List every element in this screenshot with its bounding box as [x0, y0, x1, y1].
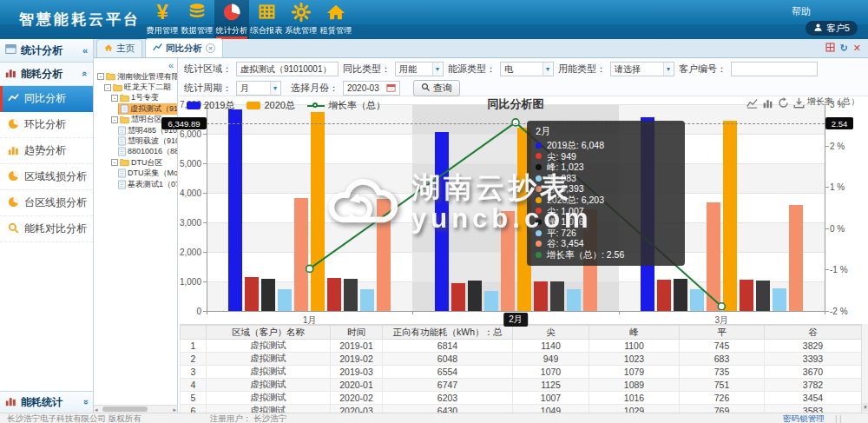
sidebar-item-1[interactable]: 环比分析 [0, 112, 93, 138]
table-row-1[interactable]: 1虚拟测试2019-016814114011007453829 [181, 340, 862, 353]
restore-icon[interactable] [778, 97, 789, 111]
download-icon[interactable] [793, 97, 805, 111]
nav-item-3[interactable]: 综合报表 [249, 0, 284, 39]
table-cell: 3829 [765, 340, 862, 353]
filter-select-1[interactable]: 用能 ▾ [395, 62, 444, 76]
tree-expand-icon[interactable]: - [111, 159, 118, 166]
header-cell [181, 326, 207, 340]
layout-grid-icon[interactable] [825, 43, 835, 54]
collapse-up-icon[interactable]: « [80, 71, 90, 76]
table-row-3[interactable]: 3虚拟测试2019-036554107010797353670 [181, 366, 862, 379]
tree-expand-icon[interactable]: - [97, 73, 104, 80]
sidebar-item-label: 同比分析 [24, 91, 66, 106]
help-link[interactable]: 帮助 [792, 5, 811, 18]
footer-link[interactable]: 密码锁管理 [783, 413, 825, 423]
table-row-2[interactable]: 2虚拟测试2019-02604894910236833393 [181, 353, 862, 366]
file-icon [118, 126, 126, 135]
month-label: 选择月份： [291, 82, 339, 95]
header-cell: 峰 [589, 326, 680, 340]
nav-item-4[interactable]: 系统管理 [284, 0, 319, 39]
scroll-left-icon[interactable]: ◂ [95, 406, 98, 413]
nav-item-5[interactable]: 租赁管理 [319, 0, 353, 39]
table-cell: 6203 [383, 392, 513, 405]
axis-pointer-x-label: 2月 [503, 313, 528, 327]
tree-node-3[interactable]: 虚拟测试（91010001） [94, 103, 178, 114]
filter-select-2[interactable]: 电 ▾ [500, 62, 554, 76]
period-select[interactable]: 月 ▾ [236, 81, 281, 96]
scrollbar-thumb[interactable] [102, 406, 148, 412]
filter-input-4[interactable] [731, 62, 818, 76]
sidebar-section-energy[interactable]: 能耗分析 « [0, 63, 93, 86]
month-input[interactable]: 2020-03 [343, 81, 400, 96]
tree-node-1[interactable]: - 旺龙天下二期 [94, 82, 178, 92]
sidebar-panel-header[interactable]: 统计分析 « [0, 39, 93, 63]
nav-item-2[interactable]: 统计分析 [214, 0, 249, 39]
tree-expand-icon[interactable]: - [104, 84, 111, 91]
nav-item-label: 综合报表 [251, 24, 283, 37]
sidebar-section-stats[interactable]: 能耗统计 « [0, 391, 93, 413]
period-label: 统计周期： [184, 82, 232, 95]
calendar-icon[interactable] [386, 83, 396, 94]
nav-item-1[interactable]: 数据管理 [180, 0, 214, 39]
sidebar-item-2[interactable]: 趋势分析 [0, 138, 93, 164]
chart-title: 同比分析图 [207, 96, 825, 112]
filter-row-2: 统计周期： 月 ▾ 选择月份： 2020-03 查询 [184, 80, 460, 96]
legend-swatch [187, 102, 201, 109]
tree-node-0[interactable]: - 湖南物业管理有限公司 [94, 71, 178, 82]
tab-close-icon[interactable]: × [206, 43, 215, 53]
table-cell: 1089 [589, 379, 680, 392]
sidebar-item-0[interactable]: 同比分析 [0, 86, 93, 112]
sidebar-item-5[interactable]: 能耗对比分析 [0, 216, 93, 242]
user-menu[interactable]: 客户5 [806, 21, 858, 36]
table-cell: 虚拟测试 [207, 340, 331, 353]
sidebar-item-3[interactable]: 区域线损分析 [0, 164, 93, 190]
table-row-5[interactable]: 5虚拟测试2020-026203100710167263454 [181, 392, 862, 405]
filter-select-3[interactable]: 请选择 ▾ [610, 62, 674, 76]
table-row-4[interactable]: 4虚拟测试2020-016747112510897513782 [181, 379, 862, 392]
nav-item-label: 统计分析 [216, 24, 248, 37]
collapse-left-icon[interactable]: « [82, 45, 88, 56]
tree-node-label: 慧明载波（91010004） [128, 135, 178, 146]
table-header-row: 区域（客户）名称时间正向有功能耗（kWh）：总尖峰平谷 [181, 326, 862, 340]
panel-collapse-icon[interactable]: « [168, 60, 174, 70]
nav-item-label: 租赁管理 [320, 24, 352, 37]
tree-expand-icon[interactable]: - [111, 116, 118, 123]
header-cell: 正向有功能耗（kWh）：总 [383, 326, 513, 340]
tree-node-label: 1号专变 [131, 93, 159, 103]
scroll-down-icon[interactable]: ▾ [862, 403, 868, 412]
sidebar-item-4[interactable]: 台区线损分析 [0, 190, 93, 216]
search-button[interactable]: 查询 [413, 80, 460, 96]
tab-home[interactable]: 主页 [96, 39, 142, 57]
tree-node-9[interactable]: DTU采集（Modbus_D [94, 169, 178, 179]
copyright-text: 长沙浩宁电子科技有限公司 版权所有 [7, 413, 141, 423]
tree-horizontal-scrollbar[interactable]: ◂ ▸ [94, 405, 177, 413]
red-bar-chart-icon [5, 67, 16, 81]
home-small-icon [104, 43, 113, 54]
filter-input-0[interactable]: 虚拟测试（91010001） [236, 62, 339, 76]
region-tree: - 湖南物业管理有限公司- 旺龙天下二期- 1号专变 虚拟测试（91010001… [94, 71, 178, 189]
tree-node-8[interactable]: - DTU台区 [94, 157, 178, 168]
table-cell: 2020-01 [331, 379, 383, 392]
search-button-label: 查询 [433, 82, 452, 95]
sidebar-item-label: 环比分析 [24, 117, 66, 132]
refresh-icon[interactable]: ↻ [840, 43, 848, 53]
close-all-icon[interactable]: ✕ [853, 43, 861, 53]
tree-node-label: DTU台区 [131, 157, 163, 168]
tree-node-7[interactable]: 88010016（8801） [94, 147, 178, 157]
tree-node-6[interactable]: 慧明载波（91010004） [94, 135, 178, 146]
tab-tongbi-analysis[interactable]: 同比分析 × [145, 38, 223, 57]
table-cell: 5 [181, 392, 207, 405]
table-cell: 6814 [383, 340, 513, 353]
scroll-right-icon[interactable]: ▸ [173, 406, 176, 413]
pie-chart-icon [214, 0, 249, 23]
expand-down-icon[interactable]: « [80, 400, 90, 405]
nav-item-0[interactable]: ¥ 费用管理 [145, 0, 180, 39]
tree-node-10[interactable]: 基表测试1（07） [94, 179, 178, 189]
table-vertical-scrollbar[interactable]: ▾ [861, 324, 868, 412]
table-cell: 3393 [765, 353, 862, 366]
tree-expand-icon[interactable]: - [111, 95, 118, 102]
line-chart-toggle-icon[interactable] [746, 97, 758, 111]
tree-node-2[interactable]: - 1号专变 [94, 93, 178, 103]
filter-label-3: 用能类型： [558, 63, 606, 76]
bar-chart-toggle-icon[interactable] [762, 97, 773, 111]
